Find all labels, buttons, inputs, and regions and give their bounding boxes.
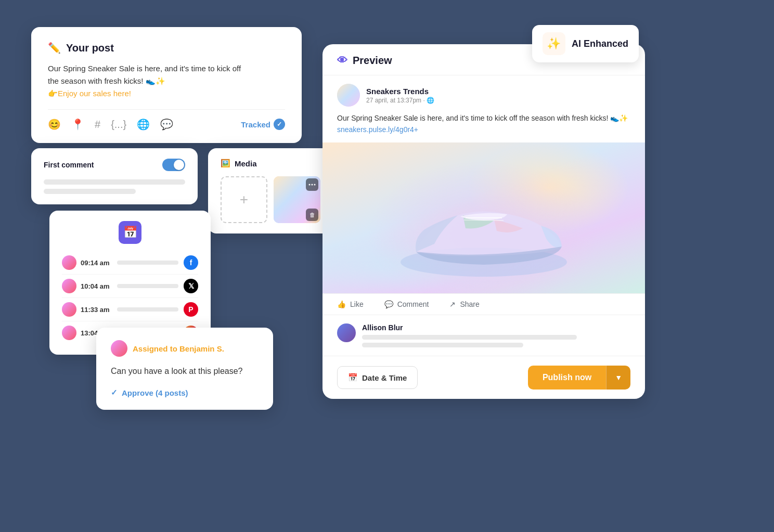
checkmark-icon: ✓ — [111, 388, 118, 397]
publish-now-button[interactable]: Publish now — [528, 366, 606, 390]
twitter-icon: 𝕏 — [184, 279, 198, 293]
share-label: Share — [460, 300, 479, 308]
schedule-time: 10:04 am — [81, 282, 117, 290]
first-comment-toggle[interactable] — [162, 159, 185, 171]
variable-icon[interactable]: {...} — [111, 119, 126, 131]
media-grid: + 🗑 — [221, 176, 331, 223]
schedule-item: 10:04 am 𝕏 — [62, 275, 198, 298]
preview-label: Preview — [353, 55, 392, 67]
sneaker-illustration — [385, 153, 583, 283]
facebook-icon: f — [184, 255, 198, 270]
pencil-icon: ✏️ — [48, 42, 61, 54]
ai-icon-bg: ✨ — [543, 32, 565, 55]
media-icon: 🖼️ — [221, 159, 230, 168]
comment-section: Allison Blur — [322, 315, 645, 356]
fb-page-name: Sneakers Trends — [366, 87, 434, 96]
approve-button[interactable]: ✓ Approve (4 posts) — [111, 388, 188, 397]
assignment-message: Can you have a look at this please? — [111, 365, 259, 378]
post-text-line2: the season with fresh kicks! 👟✨ — [48, 76, 165, 85]
post-cta-emoji: 👉 — [48, 89, 58, 98]
like-button[interactable]: 👍 Like — [337, 300, 364, 308]
comment-text-lines — [362, 335, 630, 347]
first-comment-toggle-row: First comment — [44, 159, 185, 171]
fb-post-header: Sneakers Trends 27 april, at 13:37pm · 🌐 — [322, 75, 645, 113]
media-add-button[interactable]: + — [221, 176, 267, 223]
comment-text-line-1 — [362, 335, 577, 340]
media-delete-button[interactable]: 🗑 — [306, 209, 318, 221]
post-cta-link[interactable]: Enjoy our sales here! — [58, 89, 131, 98]
svg-point-2 — [314, 184, 316, 186]
post-toolbar: 😊 📍 # {...} 🌐 💬 Tracked ✓ — [48, 118, 285, 131]
first-comment-lines — [44, 179, 185, 194]
date-time-button[interactable]: 📅 Date & Time — [337, 366, 418, 389]
comment-icon: 💬 — [384, 300, 393, 308]
location-icon[interactable]: 📍 — [71, 118, 84, 131]
dots-icon — [308, 184, 316, 186]
schedule-time: 09:14 am — [81, 259, 117, 267]
like-icon: 👍 — [337, 300, 346, 308]
schedule-text-placeholder — [117, 307, 178, 312]
eye-icon: 👁 — [337, 55, 347, 67]
media-thumbnail: 🗑 — [274, 176, 320, 223]
comment-line-1 — [44, 179, 185, 185]
publish-button-group: Publish now ▼ — [528, 366, 630, 390]
your-post-heading: Your post — [66, 42, 114, 54]
assigned-name: Assigned to Benjamin S. — [133, 344, 224, 353]
assigned-avatar — [111, 340, 127, 357]
like-label: Like — [350, 300, 364, 308]
schedule-item: 11:33 am P — [62, 298, 198, 321]
comment-label: Comment — [397, 300, 429, 308]
ai-enhanced-badge: ✨ AI Enhanced — [532, 25, 639, 62]
comment-content: Allison Blur — [362, 323, 630, 347]
post-text-line1: Our Spring Sneaker Sale is here, and it'… — [48, 64, 241, 73]
comment-text-line-2 — [362, 343, 523, 347]
pinterest-icon: P — [184, 302, 198, 317]
tracked-check-icon: ✓ — [274, 119, 285, 130]
commenter-name: Allison Blur — [362, 323, 630, 332]
sparkle-icon: ✨ — [547, 37, 561, 50]
share-icon: ↗ — [449, 300, 456, 308]
fb-page-avatar — [337, 84, 360, 107]
schedule-icon-row: 📅 — [62, 221, 198, 244]
hashtag-icon[interactable]: # — [95, 119, 100, 131]
fb-post-meta: 27 april, at 13:37pm · 🌐 — [366, 97, 434, 104]
svg-point-0 — [309, 184, 311, 186]
date-time-label: Date & Time — [362, 373, 407, 382]
fb-post-link[interactable]: sneakers.pulse.ly/4g0r4+ — [337, 125, 418, 134]
media-menu-button[interactable] — [306, 178, 318, 191]
media-title: 🖼️ Media — [221, 159, 331, 168]
comment-line-2 — [44, 189, 136, 194]
fb-page-info: Sneakers Trends 27 april, at 13:37pm · 🌐 — [366, 87, 434, 104]
mention-icon[interactable]: 💬 — [160, 118, 173, 131]
avatar — [62, 326, 76, 340]
avatar — [62, 302, 76, 317]
preview-card: 👁 Preview Sneakers Trends 27 april, at 1… — [322, 44, 645, 399]
comment-button[interactable]: 💬 Comment — [384, 300, 429, 308]
publish-label: Publish now — [543, 373, 591, 382]
post-divider — [48, 109, 285, 110]
ai-enhanced-label: AI Enhanced — [572, 38, 628, 49]
schedule-text-placeholder — [117, 284, 178, 288]
calendar-icon: 📅 — [119, 221, 141, 244]
your-post-card: ✏️ Your post Our Spring Sneaker Sale is … — [31, 27, 302, 143]
svg-line-5 — [464, 220, 504, 220]
fb-actions: 👍 Like 💬 Comment ↗ Share — [322, 293, 645, 315]
media-label: Media — [235, 159, 257, 168]
commenter-avatar — [337, 323, 356, 342]
emoji-icon[interactable]: 😊 — [48, 118, 61, 131]
fb-post-image — [322, 142, 645, 293]
svg-point-1 — [312, 184, 313, 186]
publish-dropdown-button[interactable]: ▼ — [606, 366, 630, 390]
first-comment-card: First comment — [31, 148, 198, 204]
approve-label: Approve (4 posts) — [122, 388, 188, 397]
globe-icon[interactable]: 🌐 — [137, 118, 150, 131]
schedule-text-placeholder — [117, 261, 178, 265]
avatar — [62, 255, 76, 270]
fb-post-text: Our Spring Sneaker Sale is here, and it'… — [322, 113, 645, 142]
preview-footer: 📅 Date & Time Publish now ▼ — [322, 356, 645, 399]
assignment-card: Assigned to Benjamin S. Can you have a l… — [96, 328, 273, 410]
your-post-title: ✏️ Your post — [48, 42, 285, 54]
share-button[interactable]: ↗ Share — [449, 300, 479, 308]
add-icon: + — [240, 191, 248, 208]
schedule-time: 11:33 am — [81, 306, 117, 314]
